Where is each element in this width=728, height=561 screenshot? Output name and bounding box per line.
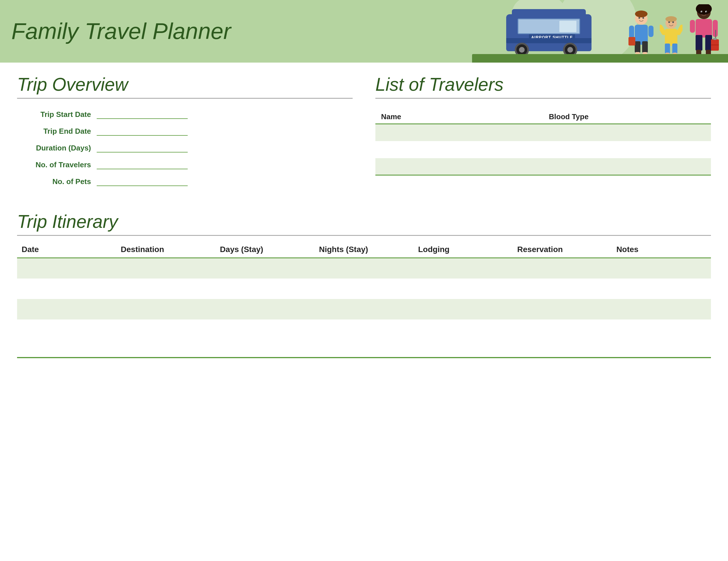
travelers-panel: List of Travelers Name Blood Type — [375, 74, 711, 194]
svg-point-12 — [638, 17, 640, 19]
svg-rect-30 — [696, 35, 702, 51]
field-row-num-travelers: No. of Travelers — [17, 160, 353, 169]
itin-4-notes[interactable] — [612, 320, 711, 340]
trip-overview-panel: Trip Overview Trip Start Date Trip End D… — [17, 74, 353, 194]
bus-bottom — [506, 38, 591, 43]
itinerary-row-4 — [17, 320, 711, 340]
itin-4-nights[interactable] — [315, 320, 414, 340]
travelers-table: Name Blood Type — [375, 110, 711, 175]
traveler-row-2 — [375, 141, 711, 158]
itin-4-days[interactable] — [215, 320, 315, 340]
svg-rect-16 — [665, 29, 677, 46]
itin-3-days[interactable] — [215, 299, 315, 320]
itin-2-notes[interactable] — [612, 278, 711, 299]
itin-1-date[interactable] — [17, 258, 116, 278]
svg-rect-3 — [635, 41, 640, 53]
itin-1-dest[interactable] — [116, 258, 216, 278]
itinerary-row-1 — [17, 258, 711, 278]
svg-rect-9 — [648, 26, 653, 37]
field-row-duration: Duration (Days) — [17, 144, 353, 152]
itin-4-lodging[interactable] — [413, 320, 513, 340]
traveler-1-name-input[interactable] — [375, 124, 543, 141]
num-travelers-input[interactable] — [97, 161, 188, 169]
bus-roof — [512, 9, 586, 15]
itin-3-reservation[interactable] — [513, 299, 612, 320]
footer-line — [17, 357, 711, 364]
itinerary-row-3 — [17, 299, 711, 320]
start-date-input[interactable] — [97, 110, 188, 119]
num-pets-label: No. of Pets — [17, 177, 97, 186]
app-title: Family Travel Planner — [11, 18, 231, 44]
svg-point-25 — [668, 21, 670, 23]
bus-illustration: AIRPORT SHUTTLE — [506, 11, 597, 57]
traveler-2-blood-input[interactable] — [543, 141, 711, 158]
traveler-2-name[interactable] — [375, 141, 543, 158]
overview-section: Trip Overview Trip Start Date Trip End D… — [17, 74, 711, 194]
itin-1-notes[interactable] — [612, 258, 711, 278]
duration-input[interactable] — [97, 144, 188, 152]
svg-point-13 — [642, 17, 644, 19]
itin-1-lodging[interactable] — [413, 258, 513, 278]
travelers-col-name: Name — [375, 110, 543, 124]
itinerary-col-lodging: Lodging — [413, 241, 513, 258]
trip-overview-title: Trip Overview — [17, 74, 353, 99]
itinerary-row-2 — [17, 278, 711, 299]
itin-1-nights[interactable] — [315, 258, 414, 278]
traveler-1-blood-input[interactable] — [543, 124, 711, 141]
itin-4-date[interactable] — [17, 320, 116, 340]
svg-point-26 — [672, 21, 674, 23]
svg-rect-8 — [628, 37, 635, 45]
svg-rect-17 — [665, 43, 670, 53]
people-illustration — [628, 3, 719, 63]
itinerary-col-notes: Notes — [612, 241, 711, 258]
itin-1-days[interactable] — [215, 258, 315, 278]
traveler-3-blood[interactable] — [543, 158, 711, 175]
main-content: Trip Overview Trip Start Date Trip End D… — [0, 63, 728, 375]
svg-rect-7 — [629, 26, 634, 38]
traveler-1-name[interactable] — [375, 124, 543, 141]
duration-label: Duration (Days) — [17, 144, 97, 152]
itinerary-col-nights: Nights (Stay) — [315, 241, 414, 258]
field-row-num-pets: No. of Pets — [17, 177, 353, 186]
itin-4-dest[interactable] — [116, 320, 216, 340]
traveler-2-blood[interactable] — [543, 141, 711, 158]
itin-4-reservation[interactable] — [513, 320, 612, 340]
itin-2-date[interactable] — [17, 278, 116, 299]
traveler-1-blood[interactable] — [543, 124, 711, 141]
itin-2-nights[interactable] — [315, 278, 414, 299]
svg-rect-38 — [713, 38, 717, 40]
itin-3-lodging[interactable] — [413, 299, 513, 320]
grass-decoration — [472, 54, 728, 63]
svg-point-1 — [635, 11, 648, 17]
itin-1-reservation[interactable] — [513, 258, 612, 278]
itinerary-col-destination: Destination — [116, 241, 216, 258]
itin-2-lodging[interactable] — [413, 278, 513, 299]
bus-window — [518, 18, 580, 34]
itin-3-dest[interactable] — [116, 299, 216, 320]
itin-2-days[interactable] — [215, 278, 315, 299]
svg-point-15 — [665, 16, 677, 22]
itin-2-reservation[interactable] — [513, 278, 612, 299]
svg-rect-39 — [690, 20, 695, 33]
traveler-row-3 — [375, 158, 711, 175]
itin-3-date[interactable] — [17, 299, 116, 320]
field-row-start-date: Trip Start Date — [17, 110, 353, 119]
traveler-3-name[interactable] — [375, 158, 543, 175]
itin-3-notes[interactable] — [612, 299, 711, 320]
start-date-label: Trip Start Date — [17, 110, 97, 119]
itin-3-nights[interactable] — [315, 299, 414, 320]
end-date-input[interactable] — [97, 127, 188, 136]
traveler-3-name-input[interactable] — [375, 158, 543, 175]
svg-rect-18 — [672, 43, 677, 53]
itinerary-title: Trip Itinerary — [17, 211, 711, 236]
itin-2-dest[interactable] — [116, 278, 216, 299]
travelers-col-blood: Blood Type — [543, 110, 711, 124]
header: Family Travel Planner AIRPORT SHUTTLE — [0, 0, 728, 63]
svg-rect-4 — [642, 41, 648, 53]
num-pets-input[interactable] — [97, 177, 188, 186]
traveler-3-blood-input[interactable] — [543, 158, 711, 175]
itinerary-table: Date Destination Days (Stay) Nights (Sta… — [17, 241, 711, 340]
itinerary-col-reservation: Reservation — [513, 241, 612, 258]
end-date-label: Trip End Date — [17, 127, 97, 136]
traveler-2-name-input[interactable] — [375, 141, 543, 158]
